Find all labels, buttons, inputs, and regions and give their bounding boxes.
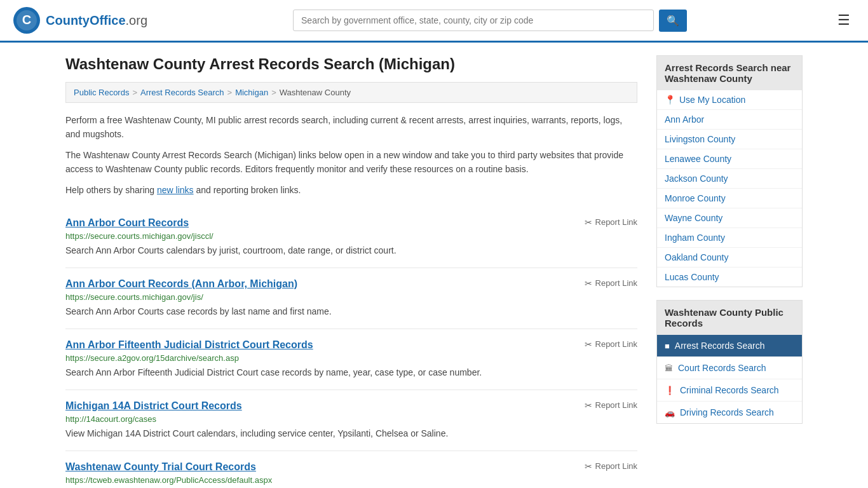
- sidebar-location-link-wayne[interactable]: Wayne County: [665, 213, 722, 223]
- sidebar-location-link-oakland[interactable]: Oakland County: [665, 252, 728, 262]
- result-url-3: https://secure.a2gov.org/15darchive/sear…: [65, 353, 637, 363]
- report-link-btn-2[interactable]: ✂ Report Link: [585, 278, 637, 288]
- desc-para-1: Perform a free Washtenaw County, MI publ…: [65, 113, 637, 142]
- results-list: Ann Arbor Court Records ✂ Report Link ht…: [65, 207, 637, 488]
- sidebar-location-lenawee: Lenawee County: [657, 149, 802, 169]
- sidebar-location-wayne: Wayne County: [657, 208, 802, 228]
- sidebar-location-link-ann-arbor[interactable]: Ann Arbor: [665, 114, 704, 125]
- driving-label: Driving Records Search: [680, 407, 774, 417]
- desc-para-2: The Washtenaw County Arrest Records Sear…: [65, 148, 637, 177]
- report-link-label-2: Report Link: [595, 278, 637, 288]
- result-title-row: Ann Arbor Court Records (Ann Arbor, Mich…: [65, 278, 637, 290]
- sidebar-location-oakland: Oakland County: [657, 248, 802, 268]
- svg-text:C: C: [22, 13, 31, 27]
- sidebar-location-jackson: Jackson County: [657, 169, 802, 189]
- scissors-icon-4: ✂: [585, 400, 592, 410]
- breadcrumb-sep-1: >: [132, 88, 137, 97]
- sidebar-location-ann-arbor: Ann Arbor: [657, 110, 802, 130]
- scissors-icon-3: ✂: [585, 339, 592, 349]
- report-link-btn-4[interactable]: ✂ Report Link: [585, 400, 637, 410]
- report-link-btn-5[interactable]: ✂ Report Link: [585, 461, 637, 471]
- breadcrumb-arrest-records[interactable]: Arrest Records Search: [140, 88, 224, 97]
- result-item: Ann Arbor Fifteenth Judicial District Co…: [65, 329, 637, 390]
- result-title-michigan-14a[interactable]: Michigan 14A District Court Records: [65, 400, 242, 412]
- result-title-row: Ann Arbor Court Records ✂ Report Link: [65, 217, 637, 229]
- search-input[interactable]: [293, 10, 654, 31]
- sidebar-location-link-jackson[interactable]: Jackson County: [665, 173, 728, 184]
- criminal-icon: ❗: [665, 386, 675, 395]
- sidebar-public-records-section: Washtenaw County Public Records ■ Arrest…: [656, 300, 803, 424]
- new-links-link[interactable]: new links: [157, 185, 194, 195]
- sidebar-location-ingham: Ingham County: [657, 228, 802, 248]
- result-title-washtenaw-trial[interactable]: Washtenaw County Trial Court Records: [65, 461, 256, 473]
- result-desc-1: Search Ann Arbor Courts calendars by jur…: [65, 244, 637, 257]
- arrest-icon: ■: [665, 341, 670, 351]
- breadcrumb-sep-2: >: [227, 88, 233, 97]
- result-title-row: Washtenaw County Trial Court Records ✂ R…: [65, 461, 637, 473]
- report-link-btn-1[interactable]: ✂ Report Link: [585, 217, 637, 227]
- report-link-label-3: Report Link: [595, 339, 637, 349]
- sidebar-public-records-title: Washtenaw County Public Records: [657, 301, 802, 335]
- result-title-row: Michigan 14A District Court Records ✂ Re…: [65, 400, 637, 412]
- sidebar-location-link-lenawee[interactable]: Lenawee County: [665, 154, 731, 164]
- sidebar-location-link-lucas[interactable]: Lucas County: [665, 272, 719, 282]
- sidebar-location-link-livingston[interactable]: Livingston County: [665, 134, 735, 144]
- report-link-btn-3[interactable]: ✂ Report Link: [585, 339, 637, 349]
- result-desc-3: Search Ann Arbor Fifteenth Judicial Dist…: [65, 366, 637, 379]
- desc-para-3: Help others by sharing new links and rep…: [65, 183, 637, 197]
- sidebar-location-livingston: Livingston County: [657, 130, 802, 149]
- result-title-ann-arbor-court[interactable]: Ann Arbor Court Records: [65, 217, 189, 229]
- result-title-ann-arbor-fifteenth[interactable]: Ann Arbor Fifteenth Judicial District Co…: [65, 339, 313, 351]
- sidebar-record-court[interactable]: 🏛 Court Records Search: [657, 357, 802, 379]
- sidebar-location-lucas: Lucas County: [657, 268, 802, 287]
- report-link-label-4: Report Link: [595, 400, 637, 410]
- result-title-row: Ann Arbor Fifteenth Judicial District Co…: [65, 339, 637, 351]
- sidebar-record-driving[interactable]: 🚗 Driving Records Search: [657, 402, 802, 423]
- result-url-1: https://secure.courts.michigan.gov/jiscc…: [65, 231, 637, 241]
- criminal-label: Criminal Records Search: [680, 385, 779, 395]
- search-area: 🔍: [293, 10, 687, 32]
- sidebar-location-link-monroe[interactable]: Monroe County: [665, 193, 726, 203]
- breadcrumb-current: Washtenaw County: [280, 88, 351, 97]
- main-container: Washtenaw County Arrest Records Search (…: [53, 43, 815, 488]
- header: C CountyOffice.org 🔍 ☰: [0, 0, 868, 43]
- breadcrumb-sep-3: >: [271, 88, 276, 97]
- sidebar-location-link-ingham[interactable]: Ingham County: [665, 233, 725, 243]
- breadcrumb: Public Records > Arrest Records Search >…: [65, 82, 637, 103]
- breadcrumb-michigan[interactable]: Michigan: [235, 88, 268, 97]
- result-title-ann-arbor-michigan[interactable]: Ann Arbor Court Records (Ann Arbor, Mich…: [65, 278, 297, 290]
- hamburger-icon: ☰: [837, 12, 850, 28]
- report-link-label-1: Report Link: [595, 217, 637, 227]
- menu-button[interactable]: ☰: [832, 10, 855, 31]
- driving-icon: 🚗: [665, 408, 675, 417]
- use-my-location-link[interactable]: Use My Location: [679, 95, 745, 105]
- sidebar-nearby-title: Arrest Records Search near Washtenaw Cou…: [657, 56, 802, 90]
- breadcrumb-public-records[interactable]: Public Records: [74, 88, 129, 97]
- scissors-icon-1: ✂: [585, 217, 592, 227]
- report-link-label-5: Report Link: [595, 461, 637, 471]
- sidebar-use-my-location: 📍 Use My Location: [657, 90, 802, 110]
- sidebar-record-arrest[interactable]: ■ Arrest Records Search: [657, 335, 802, 357]
- scissors-icon-5: ✂: [585, 461, 592, 471]
- result-url-5: https://tcweb.ewashtenaw.org/PublicAcces…: [65, 475, 637, 485]
- logo-area: C CountyOffice.org: [13, 6, 147, 34]
- sidebar-nearby-section: Arrest Records Search near Washtenaw Cou…: [656, 55, 803, 287]
- court-label: Court Records Search: [678, 363, 766, 373]
- sidebar-record-criminal[interactable]: ❗ Criminal Records Search: [657, 379, 802, 402]
- pin-icon: 📍: [665, 95, 675, 105]
- logo-text: CountyOffice.org: [46, 13, 147, 28]
- sidebar-location-monroe: Monroe County: [657, 189, 802, 208]
- arrest-label: Arrest Records Search: [675, 341, 765, 351]
- search-icon: 🔍: [667, 15, 679, 26]
- content: Washtenaw County Arrest Records Search (…: [65, 55, 637, 488]
- result-item: Michigan 14A District Court Records ✂ Re…: [65, 390, 637, 451]
- search-button[interactable]: 🔍: [659, 10, 687, 32]
- sidebar-location-list: 📍 Use My Location Ann Arbor Livingston C…: [657, 90, 802, 287]
- sidebar: Arrest Records Search near Washtenaw Cou…: [656, 55, 803, 488]
- result-url-4: http://14acourt.org/cases: [65, 414, 637, 424]
- result-item: Washtenaw County Trial Court Records ✂ R…: [65, 451, 637, 488]
- court-icon: 🏛: [665, 363, 673, 373]
- scissors-icon-2: ✂: [585, 278, 592, 288]
- result-desc-4: View Michigan 14A District Court calenda…: [65, 427, 637, 440]
- result-item: Ann Arbor Court Records (Ann Arbor, Mich…: [65, 268, 637, 329]
